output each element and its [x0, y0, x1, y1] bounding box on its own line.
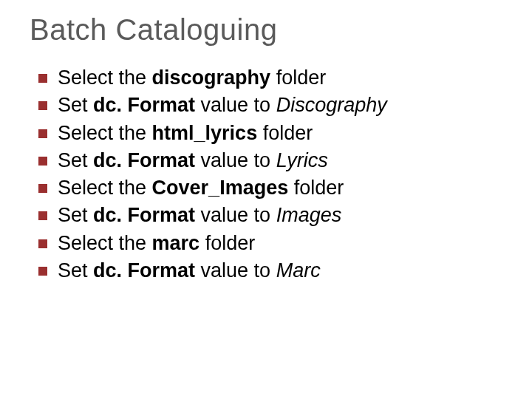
- list-text-italic: Discography: [276, 94, 387, 116]
- list-text-mid: value to: [195, 94, 276, 116]
- bullet-icon: [38, 184, 47, 193]
- list-text-mid: folder: [257, 122, 313, 144]
- list-item: Select the html_lyrics folder: [35, 120, 505, 147]
- bullet-icon: [38, 267, 47, 276]
- list-item: Select the marc folder: [35, 230, 505, 257]
- slide: Batch Cataloguing Select the discography…: [0, 0, 532, 399]
- list-item: Set dc. Format value to Lyrics: [35, 147, 505, 174]
- list-item: Select the discography folder: [35, 64, 505, 92]
- list-text-mid: value to: [195, 204, 276, 226]
- list-text-pre: Set: [58, 149, 93, 171]
- list-text-bold: dc. Format: [93, 149, 195, 171]
- list-item: Select the Cover_Images folder: [35, 174, 505, 202]
- bullet-icon: [38, 157, 47, 166]
- list-text-bold: marc: [152, 232, 200, 254]
- list-text-mid: folder: [200, 232, 255, 254]
- list-text-pre: Select the: [58, 122, 152, 144]
- bullet-icon: [38, 129, 47, 138]
- list-text-italic: Marc: [276, 259, 321, 282]
- list-text-bold: dc. Format: [93, 259, 195, 282]
- list-text-bold: Cover_Images: [152, 177, 289, 199]
- list-text-mid: value to: [195, 149, 276, 171]
- list-text-bold: discography: [152, 66, 271, 89]
- list-text-pre: Select the: [58, 177, 152, 199]
- list-text-bold: html_lyrics: [152, 122, 258, 144]
- list-text-pre: Select the: [58, 66, 152, 89]
- list-text-pre: Select the: [58, 232, 152, 254]
- list-text-italic: Images: [276, 204, 342, 226]
- bullet-icon: [38, 211, 47, 220]
- list-text-pre: Set: [58, 259, 93, 282]
- list-text-italic: Lyrics: [276, 149, 328, 171]
- bullet-icon: [38, 74, 47, 83]
- list-text-mid: value to: [195, 259, 276, 282]
- list-text-pre: Set: [58, 204, 93, 226]
- list-text-mid: folder: [288, 177, 344, 199]
- list-text-mid: folder: [270, 66, 326, 89]
- bullet-icon: [38, 101, 47, 110]
- list-item: Set dc. Format value to Discography: [35, 92, 505, 119]
- list-item: Set dc. Format value to Marc: [35, 257, 505, 284]
- bullet-list: Select the discography folder Set dc. Fo…: [35, 64, 505, 284]
- list-text-bold: dc. Format: [93, 94, 195, 116]
- list-text-pre: Set: [58, 94, 93, 116]
- slide-title: Batch Cataloguing: [30, 13, 505, 47]
- list-text-bold: dc. Format: [93, 204, 195, 226]
- list-item: Set dc. Format value to Images: [35, 202, 505, 229]
- bullet-icon: [38, 239, 47, 248]
